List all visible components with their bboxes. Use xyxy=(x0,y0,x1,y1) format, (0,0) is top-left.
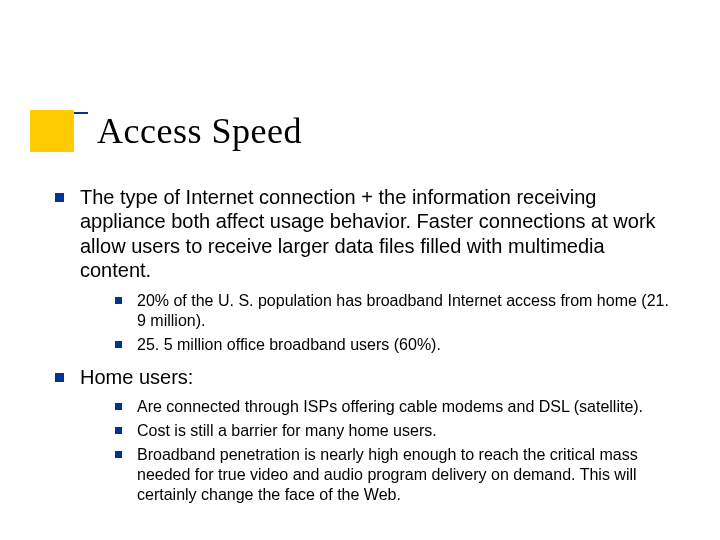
bullet-list-level1: The type of Internet connection + the in… xyxy=(55,185,675,505)
bullet-list-level2: 20% of the U. S. population has broadban… xyxy=(80,291,675,355)
bullet-item: The type of Internet connection + the in… xyxy=(55,185,675,355)
sub-bullet-text: Cost is still a barrier for many home us… xyxy=(137,422,437,439)
sub-bullet-text: Broadband penetration is nearly high eno… xyxy=(137,446,638,503)
slide-title: Access Speed xyxy=(97,110,302,152)
slide: Access Speed The type of Internet connec… xyxy=(0,0,720,540)
bullet-text: The type of Internet connection + the in… xyxy=(80,186,656,281)
sub-bullet-text: Are connected through ISPs offering cabl… xyxy=(137,398,643,415)
bullet-item: Home users: Are connected through ISPs o… xyxy=(55,365,675,505)
bullet-text: Home users: xyxy=(80,366,193,388)
sub-bullet-item: Are connected through ISPs offering cabl… xyxy=(115,397,675,417)
slide-body: The type of Internet connection + the in… xyxy=(55,185,675,515)
sub-bullet-item: 25. 5 million office broadband users (60… xyxy=(115,335,675,355)
bullet-list-level2: Are connected through ISPs offering cabl… xyxy=(80,397,675,505)
sub-bullet-item: 20% of the U. S. population has broadban… xyxy=(115,291,675,331)
accent-line xyxy=(74,112,88,114)
accent-block xyxy=(30,110,74,152)
sub-bullet-text: 25. 5 million office broadband users (60… xyxy=(137,336,441,353)
sub-bullet-item: Cost is still a barrier for many home us… xyxy=(115,421,675,441)
sub-bullet-text: 20% of the U. S. population has broadban… xyxy=(137,292,669,329)
sub-bullet-item: Broadband penetration is nearly high eno… xyxy=(115,445,675,505)
